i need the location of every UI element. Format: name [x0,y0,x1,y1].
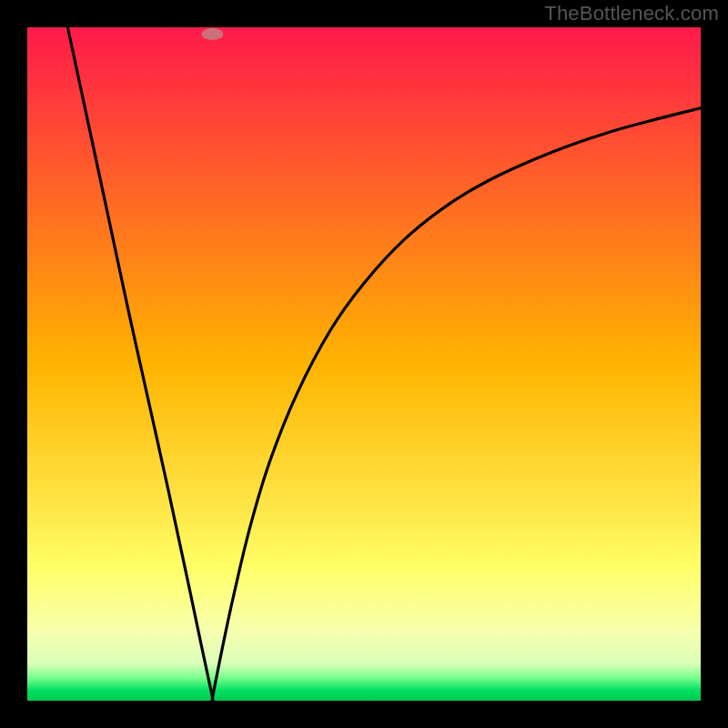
chart-root: TheBottleneck.com [0,0,728,728]
plot-background [27,27,701,701]
watermark-text: TheBottleneck.com [544,2,719,25]
chart-svg [0,0,728,728]
optimal-marker [202,28,224,40]
